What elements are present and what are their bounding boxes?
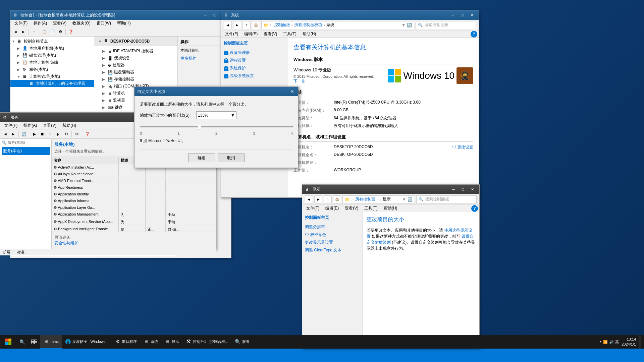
tree-device-mgr[interactable]: 🖥 本地计算机 上的设备管理器 bbox=[10, 80, 94, 87]
sidebar-calibrate[interactable]: 🛡 校准颜色 bbox=[305, 231, 360, 239]
tree-disk-mgmt[interactable]: ▶ 💾 磁盘管理(本地) bbox=[10, 52, 94, 59]
start-button[interactable] bbox=[0, 335, 16, 349]
show-desktop-btn[interactable] bbox=[639, 335, 641, 349]
service-row-appreadiness[interactable]: ⚙ App Readiness bbox=[52, 184, 216, 191]
taskbar-app-service2[interactable]: 🔍 服务 bbox=[232, 335, 253, 349]
svc-stop[interactable]: ⏹ bbox=[39, 130, 46, 138]
sys-menu-tools[interactable]: 工具(T) bbox=[280, 31, 299, 38]
mmc-maximize[interactable]: □ bbox=[210, 12, 219, 18]
device-root[interactable]: ▼ 🖥 DESKTOP-20DCO5D bbox=[97, 38, 175, 45]
svc-menu-view[interactable]: 查看(V) bbox=[40, 122, 59, 129]
tray-volume[interactable]: 🔊 bbox=[609, 340, 614, 344]
taskbar-app-default[interactable]: ⚙ 默认程序 bbox=[112, 335, 140, 349]
disp-bc-all[interactable]: 所有控制面... bbox=[355, 196, 379, 202]
system-close[interactable]: ✕ bbox=[467, 12, 476, 18]
sys-menu-file[interactable]: 文件(F) bbox=[222, 31, 241, 38]
svc-forward[interactable]: ► bbox=[10, 130, 17, 138]
tray-ime[interactable]: 英 bbox=[615, 340, 619, 345]
taskbar-app-weibo[interactable]: 🌐 发表帖子 - Windows... bbox=[62, 335, 112, 349]
standard-label[interactable]: 标准 bbox=[17, 250, 24, 255]
svc-pause[interactable]: ⏸ bbox=[47, 130, 54, 138]
mmc-menu-favorites[interactable]: 收藏夹(O) bbox=[70, 20, 93, 27]
sidebar-cleartype[interactable]: 调整 ClearType 文本 bbox=[305, 246, 360, 254]
toolbar-up[interactable]: ↑ bbox=[30, 28, 38, 36]
disp-menu-edit[interactable]: 编辑(E) bbox=[323, 205, 341, 212]
sys-back[interactable]: ◄ bbox=[224, 21, 232, 29]
svc-menu-help[interactable]: 帮助(H) bbox=[60, 122, 79, 129]
addr-dropdown[interactable]: ▼ bbox=[401, 23, 406, 27]
service-row-appidentity[interactable]: ⚙ Application Identity bbox=[52, 191, 216, 198]
sidebar-device-mgr[interactable]: 🛡 设备管理器 bbox=[224, 49, 285, 57]
taskbar-app-display[interactable]: 🖥 显示 bbox=[161, 335, 182, 349]
mmc-menu-view[interactable]: 查看(V) bbox=[50, 20, 69, 27]
tree-comp-mgmt[interactable]: ▼ 🖥 计算机管理(本地) bbox=[10, 73, 94, 80]
sys-up[interactable]: ↑ bbox=[243, 21, 251, 29]
device-item[interactable]: ▶ ⚙ 处理器 bbox=[96, 62, 176, 69]
toolbar-show-hide[interactable]: 📋 bbox=[41, 28, 48, 36]
taskbar-app-mmc[interactable]: 🖥 mmc bbox=[40, 335, 62, 349]
disp-menu-view[interactable]: 查看(V) bbox=[342, 205, 361, 212]
disp-addr-dropdown[interactable]: ▼ bbox=[402, 197, 406, 202]
tray-network[interactable]: 📶 bbox=[603, 340, 608, 344]
dialog-close-btn[interactable]: ✕ bbox=[289, 88, 296, 95]
toolbar-forward[interactable]: ► bbox=[20, 28, 27, 36]
device-item[interactable]: ▶ 📱 便携设备 bbox=[96, 55, 176, 62]
tree-local-users[interactable]: ▶ 👤 本地用户和组(本地) bbox=[10, 45, 94, 52]
tree-root[interactable]: ▼ 🖥 控制台根节点 bbox=[10, 38, 94, 45]
svc-properties[interactable]: ⚙ bbox=[73, 130, 80, 138]
taskbar-app-system[interactable]: 🖥 系统 bbox=[140, 335, 161, 349]
device-item[interactable]: ▶ 🖥 IDE ATA/ATAPI 控制器 bbox=[96, 48, 176, 55]
search-button[interactable]: 🔍 bbox=[16, 335, 28, 349]
sidebar-display-settings[interactable]: 更改显示器设置 bbox=[305, 239, 360, 246]
sys-forward[interactable]: ► bbox=[233, 21, 241, 29]
disp-help-btn[interactable]: ? bbox=[471, 205, 478, 212]
svc-resume[interactable]: ⏵ bbox=[55, 130, 62, 138]
service-row-amd[interactable]: ⚙ AMD External Event... bbox=[52, 178, 216, 184]
svc-col-name[interactable]: 名称 bbox=[52, 157, 119, 164]
sys-home[interactable]: 🏠 bbox=[252, 21, 260, 29]
mmc-menu-action[interactable]: 操作(A) bbox=[31, 20, 50, 27]
dialog-ok-btn[interactable]: 确定 bbox=[188, 154, 215, 162]
toolbar-back[interactable]: ◄ bbox=[12, 28, 19, 36]
mmc-minimize[interactable]: ─ bbox=[201, 12, 210, 18]
taskbar-clock[interactable]: 13:14 2024/1/1 bbox=[622, 337, 636, 347]
display-maximize[interactable]: □ bbox=[459, 186, 467, 193]
sys-menu-view[interactable]: 查看(V) bbox=[261, 31, 280, 38]
display-search[interactable]: 🔍 搜索控制面板 bbox=[416, 195, 477, 203]
mmc-menu-window[interactable]: 窗口(W) bbox=[94, 20, 114, 27]
disp-addr-refresh[interactable]: 🔄 bbox=[408, 197, 413, 202]
svc-back[interactable]: ◄ bbox=[2, 130, 9, 138]
service-row-appmgmt[interactable]: ⚙ Application Management 为... 手动 bbox=[52, 211, 216, 219]
svc-start[interactable]: ▶ bbox=[31, 130, 38, 138]
tree-services[interactable]: ▶ ⚙ 服务(本地) bbox=[10, 66, 94, 73]
disp-up[interactable]: ↑ bbox=[324, 195, 332, 203]
service-row-applayer[interactable]: ⚙ Application Layer Ga... bbox=[52, 204, 216, 211]
mmc-menu-help[interactable]: 帮助(H) bbox=[114, 20, 133, 27]
addr-refresh[interactable]: 🔄 bbox=[407, 23, 412, 27]
display-close[interactable]: ✕ bbox=[468, 186, 477, 193]
sidebar-protection[interactable]: 🛡 系统保护 bbox=[224, 64, 285, 72]
system-maximize[interactable]: □ bbox=[458, 12, 467, 18]
sys-help-btn[interactable]: ? bbox=[471, 31, 477, 38]
breadcrumb-controlpanel[interactable]: 控制面板 bbox=[274, 22, 290, 28]
system-minimize[interactable]: ─ bbox=[448, 12, 457, 18]
disp-menu-file[interactable]: 文件(F) bbox=[304, 205, 322, 212]
service-row-bits[interactable]: ⚙ Background Intelligent Transfe... 使...… bbox=[52, 226, 216, 232]
sys-menu-edit[interactable]: 编辑(E) bbox=[241, 31, 260, 38]
tray-chevron[interactable]: ∧ bbox=[599, 340, 602, 344]
breadcrumb-all[interactable]: 所有控制面板项 bbox=[294, 22, 322, 28]
change-settings-btn[interactable]: 🛡 更改设置 bbox=[452, 144, 473, 150]
toolbar-properties[interactable]: ⚙ bbox=[57, 28, 64, 36]
slider-thumb[interactable] bbox=[198, 124, 201, 129]
disp-back[interactable]: ◄ bbox=[305, 195, 313, 203]
device-item[interactable]: ▶ 💾 存储控制器 bbox=[96, 76, 176, 83]
system-search[interactable]: 🔍 搜索控制面板 bbox=[416, 21, 476, 29]
disp-forward[interactable]: ► bbox=[314, 195, 322, 203]
expand-label[interactable]: 扩展 bbox=[3, 250, 10, 255]
svc-restart[interactable]: ↻ bbox=[63, 130, 70, 138]
display-address-bar[interactable]: 📁 › 所有控制面... › 显示 ▼ 🔄 bbox=[342, 195, 415, 203]
service-row-appx[interactable]: ⚙ AppX Deployment Service (App... 为... 手… bbox=[52, 219, 216, 226]
disp-home[interactable]: 🏠 bbox=[333, 195, 341, 203]
service-row-appinfo[interactable]: ⚙ Application Informa... bbox=[52, 198, 216, 204]
sidebar-remote[interactable]: 🛡 远程设置 bbox=[224, 57, 285, 64]
